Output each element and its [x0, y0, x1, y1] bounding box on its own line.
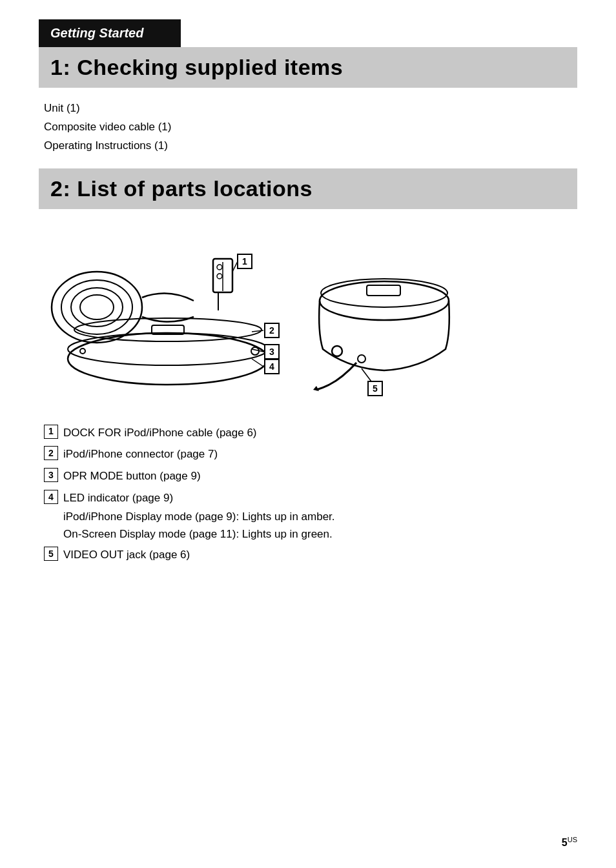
svg-point-5: [217, 265, 222, 270]
svg-line-25: [252, 330, 263, 332]
parts-list-item-5: 5 VIDEO OUT jack (page 6): [44, 545, 577, 565]
svg-point-29: [321, 279, 447, 307]
part-num-1: 1: [44, 425, 58, 439]
svg-point-28: [320, 281, 449, 320]
svg-text:1: 1: [242, 256, 247, 267]
getting-started-bar: Getting Started: [39, 19, 181, 47]
part-num-2: 2: [44, 446, 58, 460]
svg-point-14: [80, 348, 85, 354]
part-num-4: 4: [44, 490, 58, 504]
left-diagram: 1 2 3 4: [39, 223, 284, 404]
svg-point-13: [251, 347, 259, 355]
supplied-item-1: Unit (1): [44, 99, 577, 118]
page: Getting Started 1: Checking supplied ite…: [0, 0, 616, 868]
svg-point-31: [332, 346, 342, 356]
right-diagram: 5: [310, 249, 458, 391]
svg-point-0: [52, 272, 142, 343]
svg-point-3: [80, 295, 114, 319]
part-num-5: 5: [44, 547, 58, 561]
dock-cable-svg: 1 2 3 4: [39, 223, 284, 404]
supplied-item-2: Composite video cable (1): [44, 118, 577, 137]
supplied-item-3: Operating Instructions (1): [44, 137, 577, 156]
parts-list-item-3: 3 OPR MODE button (page 9): [44, 467, 577, 486]
part-desc-4-sub2: On-Screen Display mode (page 11): Lights…: [63, 525, 333, 543]
part-desc-1: DOCK FOR iPod/iPhone cable (page 6): [63, 423, 257, 443]
part-num-3: 3: [44, 468, 58, 482]
part-desc-4: LED indicator (page 9): [63, 489, 173, 508]
part-desc-5: VIDEO OUT jack (page 6): [63, 545, 190, 565]
getting-started-label: Getting Started: [50, 26, 143, 40]
dock-bottom-svg: 5: [310, 249, 458, 404]
svg-point-32: [358, 355, 365, 363]
svg-point-6: [217, 274, 222, 279]
section2-title: 2: List of parts locations: [39, 168, 577, 209]
section1-title: 1: Checking supplied items: [39, 47, 577, 88]
svg-text:5: 5: [373, 383, 378, 394]
diagram-area: 1 2 3 4: [39, 223, 577, 404]
svg-text:2: 2: [269, 325, 274, 336]
svg-rect-30: [367, 285, 400, 296]
part-desc-3: OPR MODE button (page 9): [63, 467, 201, 486]
svg-text:3: 3: [269, 347, 274, 357]
svg-text:4: 4: [269, 361, 274, 372]
parts-list-item-2: 2 iPod/iPhone connector (page 7): [44, 445, 577, 464]
parts-list-item-4: 4 LED indicator (page 9) iPod/iPhone Dis…: [44, 489, 577, 543]
page-number: 5US: [562, 836, 577, 849]
supplied-items-list: Unit (1) Composite video cable (1) Opera…: [44, 99, 577, 156]
svg-line-27: [252, 359, 263, 367]
part-desc-4-sub1: iPod/iPhone Display mode (page 9): Light…: [63, 508, 335, 525]
svg-line-35: [362, 368, 371, 381]
parts-list: 1 DOCK FOR iPod/iPhone cable (page 6) 2 …: [44, 423, 577, 565]
parts-list-item-1: 1 DOCK FOR iPod/iPhone cable (page 6): [44, 423, 577, 443]
part-desc-2: iPod/iPhone connector (page 7): [63, 445, 218, 464]
